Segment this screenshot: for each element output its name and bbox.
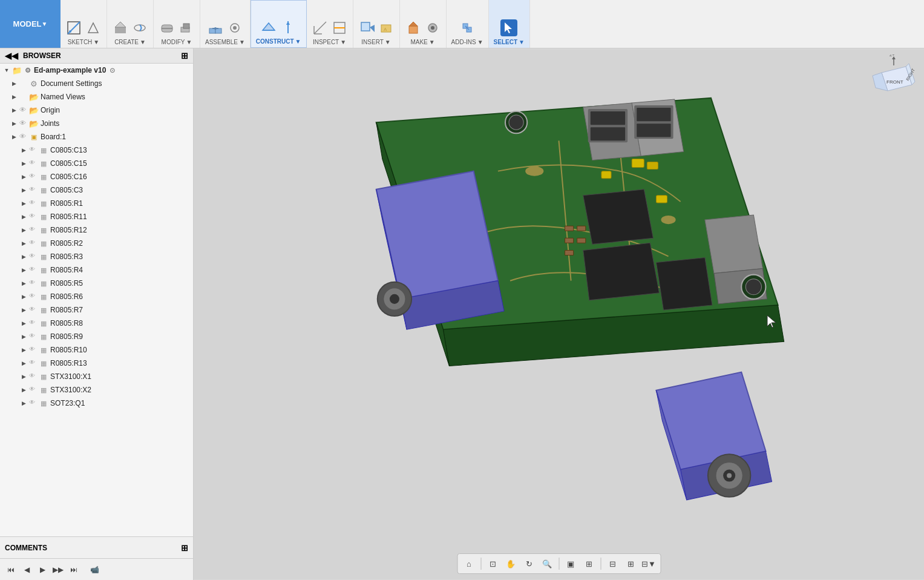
tree-item-r0805r11[interactable]: ▶ 👁 ▦ R0805:R11 — [0, 210, 193, 223]
eye-icon: 👁 — [29, 372, 38, 381]
comments-panel[interactable]: COMMENTS ⊞ — [0, 536, 193, 558]
toolbar-group-make[interactable]: MAKE ▼ — [400, 0, 447, 48]
home-view-button[interactable]: ⌂ — [461, 556, 477, 572]
tree-item-board1[interactable]: ▶ 👁 ▣ Board:1 — [0, 130, 193, 143]
svg-marker-19 — [286, 21, 290, 25]
eye-icon: 👁 — [29, 399, 38, 407]
tree-item-r0805r13[interactable]: ▶ 👁 ▦ R0805:R13 — [0, 357, 193, 370]
tree-item-c0805c16[interactable]: ▶ 👁 ▦ C0805:C16 — [0, 170, 193, 183]
tree-item-c0805c15[interactable]: ▶ 👁 ▦ C0805:C15 — [0, 157, 193, 170]
item-label: R0805:R2 — [50, 239, 83, 248]
toolbar-group-inspect[interactable]: INSPECT ▼ — [307, 0, 353, 48]
eye-icon: 👁 — [29, 252, 38, 261]
svg-rect-80 — [577, 238, 586, 243]
root-settings-icon[interactable]: ⊙ — [110, 67, 115, 74]
arrow-icon: ▶ — [19, 213, 28, 221]
toolbar-group-create[interactable]: CREATE ▼ — [107, 0, 154, 48]
arrow-icon: ▶ — [19, 372, 28, 381]
model-button[interactable]: MODEL — [0, 0, 61, 48]
view-options2-button[interactable]: ⊞ — [623, 556, 638, 572]
tree-item-sot23q1[interactable]: ▶ 👁 ▦ SOT23:Q1 — [0, 397, 193, 410]
toolbar-group-addins[interactable]: ADD-INS ▼ — [447, 0, 489, 48]
view-options-button[interactable]: ⊟ — [605, 556, 620, 572]
inspect-icon — [312, 19, 329, 36]
tree-item-r0805r12[interactable]: ▶ 👁 ▦ R0805:R12 — [0, 223, 193, 237]
toolbar-group-sketch[interactable]: SKETCH ▼ — [61, 0, 107, 48]
separator — [480, 558, 481, 570]
tree-item-c0805c3[interactable]: ▶ 👁 ▦ C0805:C3 — [0, 183, 193, 197]
orbit-button[interactable]: ↻ — [521, 556, 537, 572]
pan-button[interactable]: ✋ — [503, 556, 519, 572]
component-list: ▶ 👁 ▦ C0805:C13 ▶ 👁 ▦ C0805:C15 ▶ 👁 ▦ C0… — [0, 143, 193, 410]
prev-button[interactable]: ◀ — [21, 564, 33, 576]
zoom-button[interactable]: 🔍 — [539, 556, 555, 572]
tree-item-r0805r1[interactable]: ▶ 👁 ▦ R0805:R1 — [0, 197, 193, 210]
tree-item-root[interactable]: ▼ 📁 ⚙ Ed-amp-example v10 ⊙ — [0, 64, 193, 77]
playback-bar: ⏮ ◀ ▶ ▶▶ ⏭ 📹 — [0, 558, 193, 580]
next-button[interactable]: ▶▶ — [52, 564, 64, 576]
svg-point-67 — [509, 115, 523, 130]
tree-item-r0805r6[interactable]: ▶ 👁 ▦ R0805:R6 — [0, 290, 193, 303]
model-canvas: FRONT RIGHT Z+ ⌂ ⊡ ✋ ↻ 🔍 ▣ ⊞ — [194, 48, 924, 580]
toolbar-group-insert[interactable]: A INSERT ▼ — [353, 0, 400, 48]
play-button[interactable]: ▶ — [36, 564, 48, 576]
svg-point-5 — [134, 25, 145, 31]
tree-item-r0805r7[interactable]: ▶ 👁 ▦ R0805:R7 — [0, 303, 193, 317]
arrow-icon: ▶ — [10, 133, 18, 141]
eye-icon: 👁 — [29, 226, 38, 234]
view-options3-button[interactable]: ⊟▼ — [641, 556, 657, 572]
tree-item-doc-settings[interactable]: ▶ ⚙ Document Settings — [0, 77, 193, 90]
arrow-icon: ▶ — [19, 306, 28, 314]
toolbar-group-modify[interactable]: MODIFY ▼ — [154, 0, 200, 48]
svg-rect-78 — [577, 226, 586, 231]
component-icon: ▦ — [39, 212, 48, 222]
tree-item-r0805r9[interactable]: ▶ 👁 ▦ R0805:R9 — [0, 330, 193, 343]
modify-icon — [159, 19, 175, 36]
eye-icon: 👁 — [29, 386, 38, 394]
svg-point-32 — [431, 26, 434, 30]
tree-item-c0805c13[interactable]: ▶ 👁 ▦ C0805:C13 — [0, 143, 193, 157]
fit-button[interactable]: ⊡ — [485, 556, 500, 572]
item-label: C0805:C16 — [50, 173, 87, 181]
record-button[interactable]: 📹 — [88, 564, 100, 576]
skip-back-button[interactable]: ⏮ — [5, 564, 17, 576]
component-icon: ▦ — [39, 252, 48, 262]
tree-item-stx3100x1[interactable]: ▶ 👁 ▦ STX3100:X1 — [0, 370, 193, 383]
tree-item-origin[interactable]: ▶ 👁 📂 Origin — [0, 104, 193, 117]
display-mode-button[interactable]: ▣ — [563, 556, 578, 572]
viewport[interactable]: FRONT RIGHT Z+ ⌂ ⊡ ✋ ↻ 🔍 ▣ ⊞ — [194, 48, 924, 580]
svg-rect-3 — [115, 27, 126, 33]
grid-button[interactable]: ⊞ — [581, 556, 597, 572]
svg-point-69 — [745, 279, 761, 295]
toolbar-group-construct[interactable]: CONSTRUCT ▼ — [251, 0, 307, 48]
svg-line-20 — [314, 22, 326, 34]
component-icon: ▦ — [39, 265, 48, 275]
viewcube[interactable]: FRONT RIGHT Z+ — [870, 54, 918, 103]
tree-item-r0805r5[interactable]: ▶ 👁 ▦ R0805:R5 — [0, 277, 193, 290]
toolbar-group-assemble[interactable]: ASSEMBLE ▼ — [200, 0, 251, 48]
svg-point-42 — [661, 216, 675, 224]
component-icon: ▦ — [39, 225, 48, 235]
browser-collapse-icon[interactable]: ◀◀ — [5, 51, 18, 61]
tree-item-r0805r4[interactable]: ▶ 👁 ▦ R0805:R4 — [0, 263, 193, 277]
svg-rect-9 — [183, 24, 189, 28]
skip-forward-button[interactable]: ⏭ — [68, 564, 80, 576]
eye-icon: 👁 — [29, 359, 38, 367]
svg-text:FRONT: FRONT — [886, 79, 903, 85]
component-icon: ▦ — [39, 159, 48, 168]
comments-options-icon[interactable]: ⊞ — [181, 543, 188, 553]
tree-item-joints[interactable]: ▶ 👁 📂 Joints — [0, 117, 193, 130]
tree-item-named-views[interactable]: ▶ 📂 Named Views — [0, 90, 193, 104]
tree-item-r0805r8[interactable]: ▶ 👁 ▦ R0805:R8 — [0, 317, 193, 330]
browser-options-icon[interactable]: ⊞ — [181, 51, 188, 61]
item-label: Joints — [41, 119, 59, 128]
eye-icon: 👁 — [29, 332, 38, 341]
tree-item-r0805r3[interactable]: ▶ 👁 ▦ R0805:R3 — [0, 250, 193, 263]
toolbar-group-select[interactable]: SELECT ▼ — [489, 0, 530, 48]
component-icon: ▦ — [39, 172, 48, 182]
svg-marker-4 — [115, 22, 126, 27]
tree-item-stx3100x2[interactable]: ▶ 👁 ▦ STX3100:X2 — [0, 383, 193, 397]
item-label: C0805:C3 — [50, 186, 83, 194]
tree-item-r0805r10[interactable]: ▶ 👁 ▦ R0805:R10 — [0, 343, 193, 357]
tree-item-r0805r2[interactable]: ▶ 👁 ▦ R0805:R2 — [0, 237, 193, 250]
